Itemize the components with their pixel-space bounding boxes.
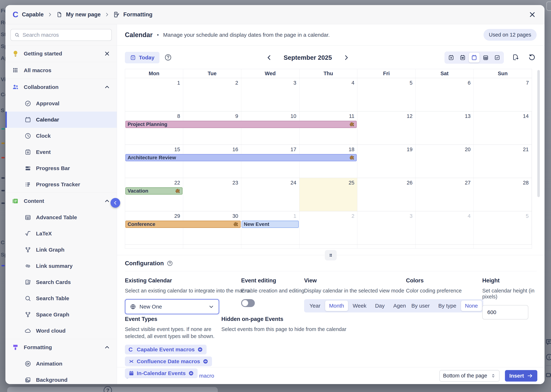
day-cell[interactable]: 23: [183, 178, 241, 211]
day-cell[interactable]: 7: [474, 78, 532, 111]
day-cell[interactable]: 11: [300, 112, 357, 145]
day-cell[interactable]: 3: [357, 211, 416, 245]
help-icon[interactable]: [167, 260, 173, 266]
close-icon[interactable]: [527, 10, 537, 20]
chevron-up-icon[interactable]: [104, 198, 110, 204]
segment-none[interactable]: None: [461, 301, 482, 311]
day-cell[interactable]: 6: [416, 78, 474, 111]
event-editing-toggle[interactable]: [241, 299, 255, 307]
day-cell[interactable]: 4: [300, 78, 357, 111]
sidebar-item-search-cards[interactable]: Search Cards: [5, 274, 117, 290]
segment-week[interactable]: Week: [349, 301, 370, 311]
cal-grid-view-button[interactable]: [480, 53, 491, 63]
event-project-planning[interactable]: Project Planning: [126, 121, 357, 128]
day-cell[interactable]: 21: [474, 145, 532, 178]
help-icon[interactable]: [164, 53, 172, 62]
sidebar-item-animation[interactable]: Animation: [5, 356, 117, 372]
day-cell[interactable]: 5: [357, 78, 416, 111]
day-cell[interactable]: 15: [125, 145, 183, 178]
event-architecture-review[interactable]: Architecture Review: [126, 154, 357, 161]
event-vacation[interactable]: Vacation: [126, 187, 182, 195]
cal-task-view-button[interactable]: [492, 53, 502, 63]
sidebar-header-all-macros[interactable]: All macros: [5, 62, 117, 79]
resize-drag-handle[interactable]: [325, 250, 337, 260]
insert-position-select[interactable]: Bottom of the page: [439, 370, 500, 382]
prev-month-icon[interactable]: [265, 54, 273, 61]
today-button[interactable]: Today: [125, 52, 160, 63]
height-input[interactable]: [482, 305, 528, 320]
event-type-chip-capable-event-macros[interactable]: CCapable Event macros: [125, 345, 207, 354]
day-cell[interactable]: 14: [474, 112, 532, 145]
sidebar-item-search-table[interactable]: Search Table: [5, 290, 117, 307]
day-cell[interactable]: 9: [183, 112, 241, 145]
reset-icon[interactable]: [528, 53, 536, 62]
day-cell[interactable]: 27: [416, 178, 474, 211]
sidebar-item-space-graph[interactable]: Space Graph: [5, 307, 117, 323]
sidebar-header-collaboration[interactable]: Collaboration: [5, 79, 117, 95]
day-cell[interactable]: 8: [125, 112, 183, 145]
sidebar-item-link-summary[interactable]: Link summary: [5, 258, 117, 274]
day-cell[interactable]: 3: [241, 78, 300, 111]
chevron-up-icon[interactable]: [104, 84, 110, 90]
sidebar-item-event[interactable]: Event: [5, 144, 117, 160]
day-cell[interactable]: 12: [357, 112, 416, 145]
chevron-up-icon[interactable]: [104, 344, 110, 351]
sidebar-item-progress-tracker[interactable]: Progress Tracker: [5, 176, 117, 193]
event-type-chip-in-calendar-events[interactable]: In-Calendar Events: [125, 368, 198, 378]
sidebar-header-content[interactable]: Content: [5, 193, 117, 209]
cal-day-view-button[interactable]: [446, 53, 457, 63]
day-cell[interactable]: 2: [300, 211, 357, 245]
breadcrumb-page[interactable]: My new page: [56, 11, 101, 18]
sidebar-item-clock[interactable]: Clock: [5, 128, 117, 144]
sidebar-item-calendar[interactable]: Calendar: [5, 112, 117, 128]
segment-month[interactable]: Month: [325, 301, 348, 311]
day-cell[interactable]: 20: [416, 145, 474, 178]
day-cell[interactable]: 26: [357, 178, 416, 211]
sidebar-header-formatting[interactable]: Formatting: [5, 339, 117, 356]
sidebar-item-link-graph[interactable]: Link Graph: [5, 242, 117, 258]
event-conference[interactable]: Conference: [126, 221, 241, 228]
day-cell[interactable]: 24: [241, 178, 300, 211]
eye-icon[interactable]: [188, 371, 194, 376]
segment-day[interactable]: Day: [371, 301, 389, 311]
sidebar-item-progress-bar[interactable]: Progress Bar: [5, 160, 117, 176]
day-cell[interactable]: 28: [474, 178, 532, 211]
cal-week-view-button[interactable]: [457, 53, 468, 63]
day-cell[interactable]: 18: [300, 145, 357, 178]
breadcrumb-category[interactable]: Formatting: [113, 11, 153, 18]
insert-button[interactable]: Insert: [505, 370, 537, 382]
sidebar-item-advanced-table[interactable]: Advanced Table: [5, 209, 117, 225]
day-cell[interactable]: 17: [241, 145, 300, 178]
eye-icon[interactable]: [197, 347, 203, 352]
day-cell[interactable]: 5: [474, 211, 532, 245]
cal-month-view-button[interactable]: [469, 53, 480, 63]
sidebar-header-getting-started[interactable]: Getting started: [5, 45, 117, 62]
close-icon[interactable]: [104, 50, 110, 57]
sidebar-collapse-button[interactable]: [111, 198, 120, 208]
eye-icon[interactable]: [203, 358, 208, 364]
day-cell[interactable]: 4: [416, 211, 474, 245]
segment-by-type[interactable]: By type: [434, 301, 460, 311]
day-cell[interactable]: 30: [183, 211, 241, 245]
export-icon[interactable]: [512, 53, 520, 62]
sidebar-item-word-cloud[interactable]: Word cloud: [5, 323, 117, 339]
day-cell[interactable]: 19: [357, 145, 416, 178]
day-cell-today[interactable]: 25: [300, 178, 357, 211]
day-cell[interactable]: 1: [125, 78, 183, 111]
sidebar-item-approval[interactable]: Approval: [5, 95, 117, 112]
event-new-event[interactable]: New Event: [242, 221, 299, 228]
next-month-icon[interactable]: [343, 54, 350, 61]
sidebar-item-background[interactable]: Background: [5, 372, 117, 384]
breadcrumb-app[interactable]: Capable: [22, 11, 44, 18]
search-input[interactable]: [22, 32, 108, 38]
segment-year[interactable]: Year: [306, 301, 324, 311]
event-type-chip-confluence-date-macros[interactable]: Confluence Date macros: [125, 357, 212, 366]
sidebar-item-latex[interactable]: LaTeX: [5, 225, 117, 242]
day-cell[interactable]: 2: [183, 78, 241, 111]
day-cell[interactable]: 16: [183, 145, 241, 178]
calendar-scrollbar[interactable]: [537, 70, 540, 197]
day-cell[interactable]: 29: [125, 211, 183, 245]
day-cell[interactable]: 1: [241, 211, 300, 245]
existing-calendar-select[interactable]: New One: [125, 299, 219, 314]
day-cell[interactable]: 13: [416, 112, 474, 145]
